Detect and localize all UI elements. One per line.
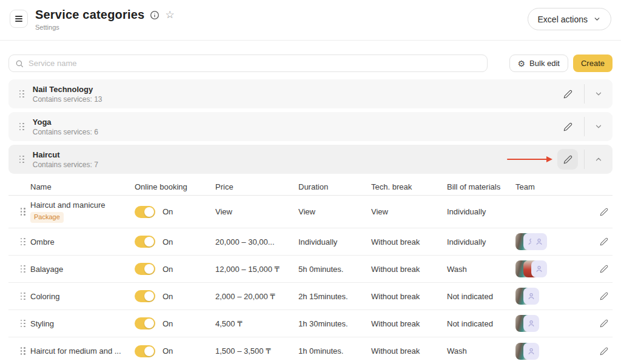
- page-header: Service categories ☆ Settings Excel acti…: [0, 0, 621, 41]
- table-header-row: Name Online booking Price Duration Tech.…: [8, 179, 613, 196]
- price-cell: View: [215, 207, 298, 216]
- edit-pencil-icon[interactable]: [596, 343, 613, 360]
- drag-handle-icon[interactable]: [19, 90, 24, 98]
- drag-handle-icon[interactable]: [21, 238, 25, 245]
- online-booking-toggle[interactable]: [135, 206, 155, 218]
- team-avatars[interactable]: [515, 203, 588, 221]
- hamburger-menu-button[interactable]: [10, 10, 28, 28]
- category-row-yoga[interactable]: Yoga Contains services: 6: [8, 112, 613, 141]
- table-row-coloring[interactable]: Coloring On 2,000 – 20,000 ₸ 2h 15minute…: [8, 283, 613, 310]
- service-name: Haircut for medium and ...: [30, 346, 121, 356]
- category-name: Yoga: [33, 117, 98, 127]
- service-search[interactable]: [8, 55, 488, 72]
- services-table: Name Online booking Price Duration Tech.…: [8, 179, 613, 364]
- favorite-star-icon[interactable]: ☆: [165, 10, 174, 20]
- person-icon: [531, 233, 547, 250]
- annotation-arrow: [507, 159, 547, 160]
- category-services-count: Contains services: 7: [33, 160, 98, 169]
- bulk-edit-button[interactable]: ⚙ Bulk edit: [509, 55, 568, 72]
- toggle-state-label: On: [163, 292, 173, 301]
- tech-break-cell: Without break: [371, 265, 447, 274]
- toggle-state-label: On: [163, 237, 173, 247]
- category-services-count: Contains services: 13: [33, 95, 102, 104]
- drag-handle-icon[interactable]: [19, 123, 24, 130]
- col-header-tech-break: Tech. break: [371, 182, 447, 191]
- table-row-haircut-and-manicure[interactable]: Haircut and manicure Package On View Vie…: [8, 196, 613, 228]
- bill-of-materials-cell: Individually: [447, 237, 515, 247]
- chevron-down-icon[interactable]: [591, 119, 606, 134]
- col-header-online-booking: Online booking: [135, 182, 215, 191]
- chevron-down-icon[interactable]: [591, 86, 606, 102]
- duration-cell: 1h 0minutes.: [298, 346, 371, 356]
- chevron-up-icon[interactable]: [591, 151, 606, 167]
- duration-cell: 5h 0minutes.: [298, 265, 371, 274]
- team-avatars[interactable]: [515, 343, 588, 360]
- online-booking-toggle[interactable]: [135, 345, 155, 357]
- team-avatars[interactable]: [515, 260, 588, 277]
- category-name: Nail Technology: [33, 85, 102, 94]
- excel-actions-button[interactable]: Excel actions: [528, 8, 611, 30]
- category-row-nail-technology[interactable]: Nail Technology Contains services: 13: [8, 79, 613, 108]
- edit-pencil-icon[interactable]: [596, 260, 613, 277]
- category-row-haircut[interactable]: Haircut Contains services: 7: [8, 145, 613, 174]
- service-name: Styling: [30, 319, 54, 328]
- edit-pencil-icon[interactable]: [596, 315, 613, 332]
- price-cell: 4,500 ₸: [215, 319, 298, 328]
- person-icon: [531, 260, 547, 277]
- bill-of-materials-cell: Individually: [447, 207, 515, 216]
- tech-break-cell: View: [371, 207, 447, 216]
- edit-pencil-icon[interactable]: [596, 233, 613, 250]
- duration-cell: View: [298, 207, 371, 216]
- create-button[interactable]: Create: [573, 55, 613, 72]
- service-name: Ombre: [30, 237, 55, 247]
- edit-pencil-icon[interactable]: [557, 84, 578, 104]
- person-icon: [523, 288, 539, 305]
- table-row-balayage[interactable]: Balayage On 12,000 – 15,000 ₸ 5h 0minute…: [8, 256, 613, 283]
- table-row-ombre[interactable]: Ombre On 20,000 – 30,00... Individually …: [8, 228, 613, 256]
- excel-actions-label: Excel actions: [538, 15, 588, 24]
- duration-cell: Individually: [298, 237, 371, 247]
- search-input[interactable]: [29, 59, 481, 68]
- online-booking-toggle[interactable]: [135, 290, 155, 302]
- edit-pencil-icon[interactable]: [557, 149, 578, 170]
- team-avatars[interactable]: [515, 233, 588, 250]
- drag-handle-icon[interactable]: [21, 208, 25, 215]
- drag-handle-icon[interactable]: [21, 265, 25, 273]
- price-cell: 20,000 – 30,00...: [215, 237, 298, 247]
- toggle-state-label: On: [163, 207, 173, 216]
- search-icon: [15, 59, 24, 68]
- service-name: Haircut and manicure: [30, 200, 106, 210]
- price-cell: 2,000 – 20,000 ₸: [215, 292, 298, 301]
- online-booking-toggle[interactable]: [135, 263, 155, 275]
- bill-of-materials-cell: Wash: [447, 346, 515, 356]
- team-avatars[interactable]: [515, 288, 588, 305]
- price-cell: 12,000 – 15,000 ₸: [215, 265, 298, 274]
- gear-icon: ⚙: [518, 59, 526, 68]
- drag-handle-icon[interactable]: [21, 320, 25, 327]
- table-row-haircut-for-medium[interactable]: Haircut for medium and ... On 1,500 – 3,…: [8, 337, 613, 364]
- online-booking-toggle[interactable]: [135, 317, 155, 329]
- person-icon: [523, 315, 539, 332]
- price-cell: 1,500 – 3,500 ₸: [215, 346, 298, 356]
- category-services-count: Contains services: 6: [33, 128, 98, 136]
- divider: [584, 84, 585, 104]
- bulk-edit-label: Bulk edit: [529, 59, 560, 68]
- online-booking-toggle[interactable]: [135, 236, 155, 248]
- edit-pencil-icon[interactable]: [596, 204, 613, 220]
- tech-break-cell: Without break: [371, 319, 447, 328]
- drag-handle-icon[interactable]: [21, 347, 25, 354]
- toggle-state-label: On: [163, 319, 173, 328]
- drag-handle-icon[interactable]: [21, 293, 25, 300]
- avatar: [515, 203, 552, 221]
- table-row-styling[interactable]: Styling On 4,500 ₸ 1h 30minutes. Without…: [8, 310, 613, 337]
- page-title: Service categories: [35, 8, 144, 22]
- info-icon[interactable]: [150, 10, 159, 20]
- drag-handle-icon[interactable]: [19, 156, 24, 163]
- bill-of-materials-cell: Not indicated: [447, 319, 515, 328]
- col-header-price: Price: [215, 182, 298, 191]
- team-avatars[interactable]: [515, 315, 588, 332]
- toggle-state-label: On: [163, 265, 173, 274]
- edit-pencil-icon[interactable]: [557, 116, 578, 137]
- edit-pencil-icon[interactable]: [596, 288, 613, 305]
- divider: [584, 117, 585, 136]
